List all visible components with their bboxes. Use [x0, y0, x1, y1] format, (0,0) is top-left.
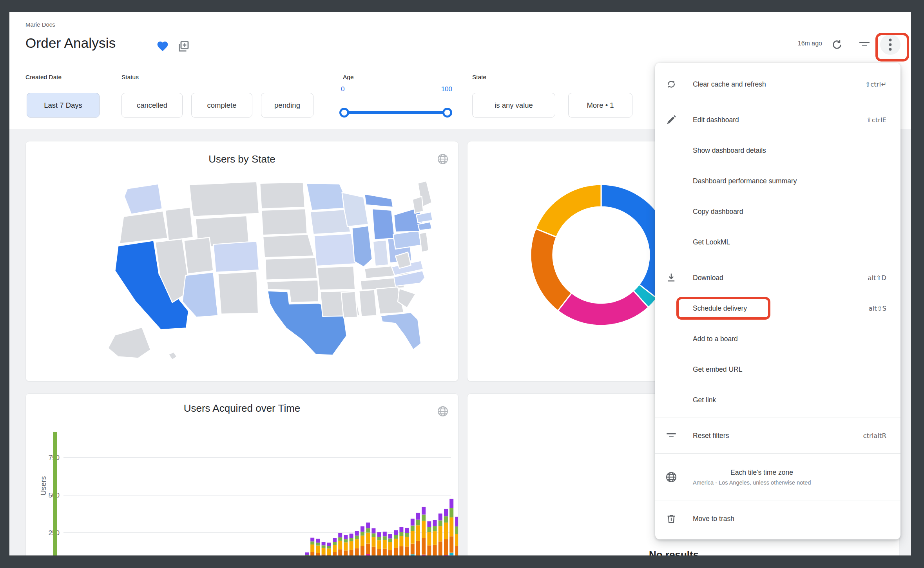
bar-1-seg-2[interactable] — [310, 552, 314, 555]
bar-8-seg-2[interactable] — [350, 550, 353, 555]
bar-19-seg-5[interactable] — [411, 519, 415, 526]
us-choropleth-map[interactable] — [92, 172, 433, 376]
bar-21-seg-0[interactable] — [422, 555, 426, 555]
map-state-colorado[interactable] — [213, 241, 259, 272]
bar-6-seg-3[interactable] — [338, 541, 342, 549]
menu-item-dashboard-performance-summary[interactable]: Dashboard performance summary — [655, 166, 900, 196]
bar-5-seg-2[interactable] — [333, 552, 337, 555]
bar-1-seg-4[interactable] — [310, 541, 314, 544]
menu-item-get-lookml[interactable]: Get LookML — [655, 227, 900, 257]
bar-0-seg-5[interactable] — [305, 552, 309, 555]
menu-item-each-tile-s-time-zone[interactable]: Each tile's time zoneAmerica - Los Angel… — [655, 456, 900, 498]
bar-22-seg-2[interactable] — [427, 545, 431, 555]
menu-item-edit-dashboard[interactable]: Edit dashboard⇧ctrlE — [655, 105, 900, 135]
age-slider-track[interactable] — [342, 111, 448, 114]
bar-21-seg-3[interactable] — [422, 521, 426, 538]
bar-25-seg-4[interactable] — [444, 516, 448, 523]
bar-26-seg-1[interactable] — [449, 553, 453, 555]
map-state-indiana[interactable] — [373, 240, 389, 266]
bar-27-seg-5[interactable] — [455, 517, 458, 526]
bar-2-seg-2[interactable] — [316, 553, 320, 555]
bar-9-seg-4[interactable] — [355, 535, 359, 539]
age-slider-handle-right[interactable] — [442, 108, 452, 118]
bar-13-seg-5[interactable] — [377, 532, 381, 537]
bar-18-seg-3[interactable] — [405, 537, 409, 546]
age-slider-handle-left[interactable] — [339, 108, 349, 118]
bar-6-seg-5[interactable] — [338, 533, 342, 537]
map-state-michigan[interactable] — [364, 194, 393, 207]
map-state-florida[interactable] — [381, 313, 421, 350]
bar-26-seg-4[interactable] — [449, 508, 453, 517]
bar-15-seg-5[interactable] — [388, 534, 392, 538]
bar-21-seg-5[interactable] — [422, 507, 426, 515]
map-state-alaska[interactable] — [108, 327, 151, 358]
map-state-minnesota[interactable] — [306, 183, 348, 210]
filter-chip-more[interactable]: More • 1 — [568, 93, 632, 118]
bar-18-seg-2[interactable] — [405, 546, 409, 555]
bar-19-seg-1[interactable] — [411, 554, 415, 555]
bar-27-seg-4[interactable] — [455, 526, 458, 534]
bar-1-seg-3[interactable] — [310, 544, 314, 552]
filter-chip-status-cancelled[interactable]: cancelled — [121, 93, 183, 118]
bar-12-seg-4[interactable] — [371, 534, 375, 537]
map-state-washington[interactable] — [124, 184, 162, 214]
bar-10-seg-3[interactable] — [361, 535, 364, 546]
donut-slice-4[interactable] — [536, 185, 601, 237]
favorite-heart-icon[interactable] — [156, 40, 169, 52]
bar-6-seg-2[interactable] — [338, 549, 342, 555]
bar-17-seg-2[interactable] — [399, 546, 403, 555]
bar-24-seg-2[interactable] — [438, 541, 442, 555]
bar-7-seg-2[interactable] — [344, 550, 348, 555]
bar-3-seg-3[interactable] — [322, 548, 326, 555]
menu-item-clear-cache-and-refresh[interactable]: Clear cache and refresh⇧ctrl↵ — [655, 69, 900, 99]
bar-25-seg-0[interactable] — [444, 555, 448, 555]
filter-chip-state[interactable]: is any value — [472, 93, 555, 118]
map-state-alabama[interactable] — [359, 290, 377, 317]
bar-7-seg-5[interactable] — [344, 535, 348, 539]
bar-22-seg-4[interactable] — [427, 527, 431, 532]
map-state-mississippi[interactable] — [341, 291, 358, 318]
menu-item-schedule-delivery[interactable]: Schedule deliveryalt⇧S — [655, 293, 900, 324]
bar-2-seg-3[interactable] — [316, 546, 320, 553]
donut-slice-3[interactable] — [531, 229, 572, 311]
dashboard-actions-button[interactable] — [880, 34, 900, 55]
bar-16-seg-2[interactable] — [394, 548, 398, 555]
bar-2-seg-4[interactable] — [316, 543, 320, 545]
bar-27-seg-2[interactable] — [455, 546, 458, 555]
bar-11-seg-2[interactable] — [366, 544, 370, 554]
map-state-utah[interactable] — [184, 237, 213, 274]
bar-2-seg-5[interactable] — [316, 539, 320, 543]
filter-chip-status-pending[interactable]: pending — [261, 93, 313, 118]
bar-15-seg-3[interactable] — [388, 542, 392, 550]
bar-10-seg-2[interactable] — [361, 546, 364, 555]
bar-17-seg-5[interactable] — [399, 527, 403, 532]
timezone-globe-icon[interactable] — [437, 153, 449, 165]
bar-14-seg-3[interactable] — [383, 540, 387, 549]
bar-11-seg-3[interactable] — [366, 533, 370, 544]
menu-item-move-to-trash[interactable]: Move to trash — [655, 503, 900, 534]
bar-1-seg-5[interactable] — [310, 538, 314, 542]
refresh-button[interactable] — [828, 36, 846, 53]
bar-4-seg-4[interactable] — [327, 546, 331, 549]
bar-4-seg-5[interactable] — [327, 543, 331, 546]
bar-14-seg-4[interactable] — [383, 536, 387, 540]
bar-12-seg-5[interactable] — [371, 528, 375, 533]
bar-16-seg-4[interactable] — [394, 535, 398, 539]
map-state-missouri[interactable] — [314, 233, 356, 266]
menu-item-copy-dashboard[interactable]: Copy dashboard — [655, 196, 900, 227]
bar-10-seg-5[interactable] — [361, 526, 364, 532]
bar-23-seg-4[interactable] — [433, 526, 437, 531]
bar-8-seg-3[interactable] — [350, 541, 353, 550]
bar-17-seg-3[interactable] — [399, 536, 403, 546]
bar-19-seg-2[interactable] — [411, 544, 415, 555]
bar-23-seg-3[interactable] — [433, 531, 437, 545]
bar-11-seg-0[interactable] — [366, 554, 370, 555]
bar-24-seg-4[interactable] — [438, 521, 442, 526]
dashboard-filters-button[interactable] — [856, 36, 873, 53]
bar-13-seg-3[interactable] — [377, 540, 381, 549]
bar-9-seg-2[interactable] — [355, 548, 359, 555]
bar-8-seg-5[interactable] — [350, 534, 353, 538]
bar-11-seg-4[interactable] — [366, 528, 370, 532]
bar-5-seg-5[interactable] — [333, 538, 337, 542]
bar-20-seg-2[interactable] — [416, 541, 420, 555]
